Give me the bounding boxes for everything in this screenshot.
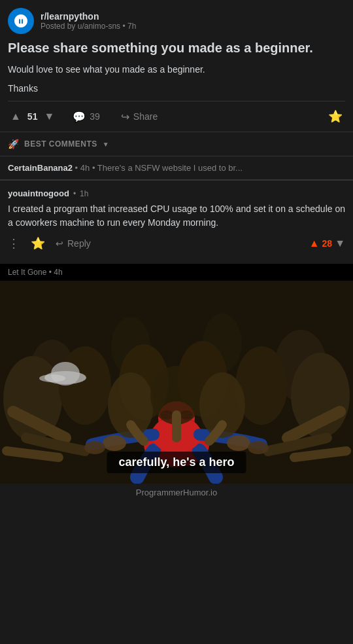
- vote-count: 51: [27, 111, 38, 122]
- comment-upvote-button[interactable]: ▲: [309, 238, 320, 249]
- image-comment: Let It Gone • 4h: [0, 264, 353, 484]
- more-options-button[interactable]: ⋮: [8, 236, 20, 251]
- comments-count: 39: [90, 111, 100, 122]
- vote-group: ▲ 51 ▼: [8, 108, 57, 125]
- downvote-button[interactable]: ▼: [41, 108, 57, 125]
- comments-button[interactable]: 💬 39: [67, 108, 105, 126]
- comment-dot: •: [73, 189, 76, 198]
- comment-vote-count: 28: [322, 238, 333, 249]
- best-comments-label: BEST COMMENTS: [24, 139, 97, 149]
- comment-vote-group: ▲ 28 ▼: [309, 238, 345, 249]
- svg-point-23: [227, 435, 250, 451]
- subreddit-meta: r/learnpython Posted by u/animo-sns • 7h: [41, 11, 136, 31]
- image-comment-header: Let It Gone • 4h: [0, 264, 353, 281]
- svg-point-30: [39, 374, 65, 382]
- reply-button[interactable]: ↩ Reply: [56, 238, 91, 249]
- save-icon: ⭐: [328, 110, 343, 123]
- comment-actions: ⋮ ⭐ ↩ Reply ▲ 28 ▼: [8, 236, 345, 251]
- comment-body: I created a program that increased CPU u…: [8, 202, 345, 230]
- posted-by-label: Posted by u/animo-sns: [41, 22, 120, 31]
- post-title: Please share something you made as a beg…: [8, 39, 345, 56]
- post-body-line2: Thanks: [8, 82, 345, 96]
- comment-author[interactable]: youaintnogood: [8, 188, 69, 198]
- main-comment: youaintnogood • 1h I created a program t…: [8, 188, 345, 251]
- preview-dot2: •: [92, 163, 97, 173]
- comment-header: youaintnogood • 1h: [8, 188, 345, 198]
- comment-section: youaintnogood • 1h I created a program t…: [0, 181, 353, 264]
- chevron-down-icon[interactable]: ▼: [103, 141, 109, 148]
- subreddit-header: r/learnpython Posted by u/animo-sns • 7h: [8, 8, 345, 34]
- comment-preview[interactable]: CertainBanana2 • 4h • There's a NSFW web…: [0, 156, 353, 180]
- post-container: r/learnpython Posted by u/animo-sns • 7h…: [0, 0, 353, 132]
- svg-point-8: [59, 346, 111, 425]
- scene-caption: carefully, he's a hero: [107, 452, 246, 473]
- post-body-line1: Would love to see what you made as a beg…: [8, 63, 345, 77]
- reply-label: Reply: [67, 238, 91, 249]
- post-body: Would love to see what you made as a beg…: [8, 63, 345, 96]
- share-icon: ↪: [121, 111, 129, 123]
- upvote-button[interactable]: ▲: [8, 108, 24, 125]
- share-button[interactable]: ↪ Share: [116, 108, 163, 126]
- time-separator: •: [122, 22, 127, 31]
- post-meta: Posted by u/animo-sns • 7h: [41, 22, 136, 31]
- svg-point-22: [84, 441, 105, 454]
- spiderman-scene: carefully, he's a hero: [0, 281, 353, 484]
- svg-point-21: [103, 435, 126, 451]
- comment-icon: 💬: [73, 111, 86, 123]
- subreddit-name[interactable]: r/learnpython: [41, 11, 136, 22]
- preview-dot1: •: [75, 163, 78, 173]
- post-time: 7h: [127, 22, 136, 31]
- share-label: Share: [133, 111, 158, 122]
- subreddit-icon[interactable]: [8, 8, 34, 34]
- comment-downvote-button[interactable]: ▼: [335, 238, 345, 249]
- best-comments-bar: 🚀 BEST COMMENTS ▼: [0, 132, 353, 156]
- svg-point-24: [248, 441, 269, 454]
- preview-author: CertainBanana2: [8, 163, 73, 173]
- watermark: ProgrammerHumor.io: [0, 484, 353, 501]
- rocket-icon: 🚀: [8, 139, 19, 149]
- reply-icon: ↩: [56, 238, 63, 249]
- save-button[interactable]: ⭐: [326, 107, 345, 126]
- comment-time: 1h: [80, 189, 88, 198]
- subreddit-logo-icon: [13, 13, 29, 29]
- post-actions: ▲ 51 ▼ 💬 39 ↪ Share ⭐: [8, 101, 345, 132]
- preview-text: There's a NSFW website I used to br...: [97, 163, 243, 173]
- image-comment-author: Let It Gone • 4h: [8, 268, 63, 277]
- preview-time: 4h: [80, 163, 90, 173]
- comment-save-button[interactable]: ⭐: [31, 236, 45, 251]
- watermark-text: ProgrammerHumor.io: [136, 488, 217, 497]
